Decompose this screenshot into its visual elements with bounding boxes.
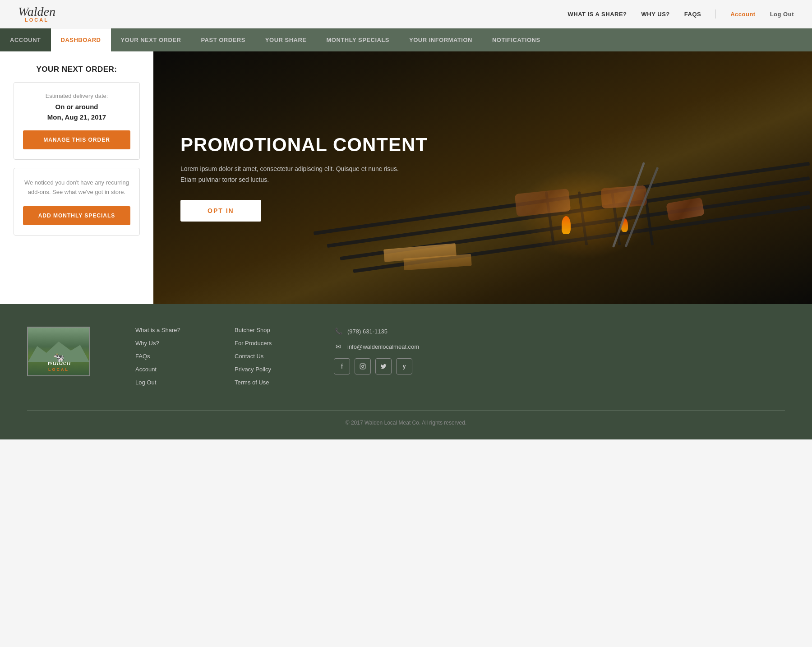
footer: 🐄 Walden LOCAL What is a Share? Why Us? … bbox=[0, 304, 812, 439]
phone-icon: 📞 bbox=[334, 327, 343, 336]
nav-item-your-info[interactable]: Your Information bbox=[399, 28, 482, 51]
social-icons: f y bbox=[334, 358, 433, 374]
nav-bar: ACCOUNT Dashboard Your Next Order Past O… bbox=[0, 28, 812, 51]
opt-in-button[interactable]: OPT IN bbox=[180, 200, 261, 222]
phone-number: (978) 631-1135 bbox=[347, 328, 388, 335]
footer-logo-box: 🐄 Walden LOCAL bbox=[27, 327, 90, 376]
promo-body: Lorem ipsum dolor sit amet, consectetur … bbox=[180, 164, 406, 185]
footer-logo-area: 🐄 Walden LOCAL bbox=[27, 327, 108, 392]
footer-main: 🐄 Walden LOCAL What is a Share? Why Us? … bbox=[27, 327, 785, 392]
email-address: info@waldenlocalmeat.com bbox=[347, 343, 419, 350]
footer-link-faqs[interactable]: FAQs bbox=[135, 353, 208, 360]
footer-logo-sub: LOCAL bbox=[48, 367, 69, 372]
nav-faqs[interactable]: FAQS bbox=[684, 11, 701, 18]
hero-panel: PROMOTIONAL CONTENT Lorem ipsum dolor si… bbox=[153, 51, 812, 304]
left-panel: YOUR NEXT ORDER: Estimated delivery date… bbox=[0, 51, 153, 304]
footer-contact: 📞 (978) 631-1135 ✉ info@waldenlocalmeat.… bbox=[334, 327, 433, 392]
nav-why-us[interactable]: WHY US? bbox=[641, 11, 670, 18]
nav-item-monthly-specials[interactable]: Monthly Specials bbox=[317, 28, 399, 51]
hero-content: PROMOTIONAL CONTENT Lorem ipsum dolor si… bbox=[153, 107, 455, 249]
copyright: © 2017 Walden Local Meat Co. All rights … bbox=[346, 420, 467, 426]
top-bar: Walden LOCAL WHAT IS A SHARE? WHY US? FA… bbox=[0, 0, 812, 28]
manage-order-button[interactable]: MANAGE THIS ORDER bbox=[23, 130, 130, 149]
footer-link-contact-us[interactable]: Contact Us bbox=[235, 353, 307, 360]
nav-what-is-share[interactable]: WHAT IS A SHARE? bbox=[568, 11, 627, 18]
specials-text: We noticed you don't have any recurring … bbox=[23, 178, 130, 197]
footer-link-what-is-share[interactable]: What is a Share? bbox=[135, 327, 208, 333]
yelp-button[interactable]: y bbox=[396, 358, 412, 374]
footer-bottom: © 2017 Walden Local Meat Co. All rights … bbox=[27, 410, 785, 426]
nav-logout[interactable]: Log Out bbox=[770, 11, 794, 18]
footer-link-account[interactable]: Account bbox=[135, 366, 208, 373]
footer-logo-cow: 🐄 bbox=[53, 352, 65, 363]
footer-link-privacy-policy[interactable]: Privacy Policy bbox=[235, 366, 307, 373]
footer-link-terms-of-use[interactable]: Terms of Use bbox=[235, 379, 307, 386]
nav-item-dashboard[interactable]: Dashboard bbox=[51, 28, 111, 51]
nav-item-account[interactable]: ACCOUNT bbox=[0, 28, 51, 51]
twitter-button[interactable] bbox=[375, 358, 392, 374]
nav-item-your-share[interactable]: Your Share bbox=[255, 28, 317, 51]
svg-point-1 bbox=[362, 365, 364, 368]
nav-account[interactable]: Account bbox=[730, 11, 756, 18]
order-card: Estimated delivery date: On or around Mo… bbox=[14, 82, 140, 160]
top-nav: WHAT IS A SHARE? WHY US? FAQS Account Lo… bbox=[568, 9, 794, 18]
footer-link-butcher-shop[interactable]: Butcher Shop bbox=[235, 327, 307, 333]
facebook-button[interactable]: f bbox=[334, 358, 350, 374]
footer-link-why-us[interactable]: Why Us? bbox=[135, 340, 208, 347]
specials-card: We noticed you don't have any recurring … bbox=[14, 168, 140, 236]
add-monthly-specials-button[interactable]: ADD MONTHLY SPECIALS bbox=[23, 206, 130, 225]
promo-title: PROMOTIONAL CONTENT bbox=[180, 134, 428, 156]
footer-col-1: What is a Share? Why Us? FAQs Account Lo… bbox=[135, 327, 208, 392]
logo-sub: LOCAL bbox=[25, 17, 49, 23]
email-contact: ✉ info@waldenlocalmeat.com bbox=[334, 342, 433, 351]
estimated-label: Estimated delivery date: bbox=[23, 92, 130, 99]
phone-contact: 📞 (978) 631-1135 bbox=[334, 327, 433, 336]
footer-link-logout[interactable]: Log Out bbox=[135, 379, 208, 386]
email-icon: ✉ bbox=[334, 342, 343, 351]
nav-item-notifications[interactable]: Notifications bbox=[482, 28, 550, 51]
nav-item-past-orders[interactable]: Past Orders bbox=[191, 28, 255, 51]
nav-divider bbox=[715, 9, 716, 18]
footer-link-for-producers[interactable]: For Producers bbox=[235, 340, 307, 347]
svg-point-2 bbox=[364, 365, 364, 365]
nav-item-next-order[interactable]: Your Next Order bbox=[111, 28, 191, 51]
footer-col-2: Butcher Shop For Producers Contact Us Pr… bbox=[235, 327, 307, 392]
svg-rect-0 bbox=[360, 364, 365, 369]
logo-text: Walden bbox=[18, 5, 55, 18]
main-content: YOUR NEXT ORDER: Estimated delivery date… bbox=[0, 51, 812, 304]
instagram-button[interactable] bbox=[355, 358, 371, 374]
delivery-date: On or around Mon, Aug 21, 2017 bbox=[23, 102, 130, 122]
panel-title: YOUR NEXT ORDER: bbox=[14, 65, 140, 74]
logo[interactable]: Walden LOCAL bbox=[18, 5, 55, 23]
